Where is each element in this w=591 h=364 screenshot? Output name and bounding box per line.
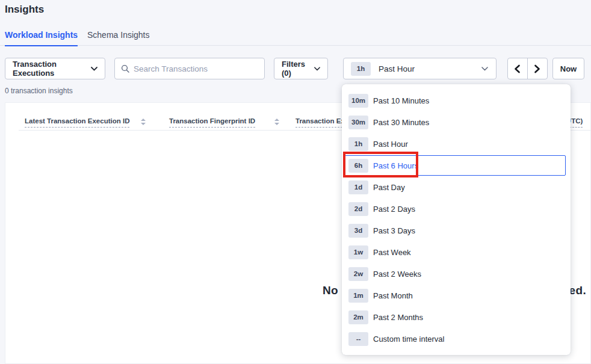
time-interval-badge: 1h bbox=[351, 62, 371, 76]
time-option-label: Past Day bbox=[373, 183, 405, 192]
tab-schema-insights[interactable]: Schema Insights bbox=[87, 30, 150, 45]
time-option-label: Past 2 Days bbox=[373, 205, 415, 214]
insights-count: 0 transaction insights bbox=[5, 87, 73, 95]
time-option-label: Past 6 Hours bbox=[373, 161, 418, 170]
time-option-2m[interactable]: 2mPast 2 Months bbox=[342, 306, 571, 328]
column-header-latest-transaction-execution-id[interactable]: Latest Transaction Execution ID bbox=[25, 117, 129, 128]
time-option-badge: 6h bbox=[348, 159, 368, 173]
chevron-down-icon bbox=[481, 67, 488, 71]
time-option-2d[interactable]: 2dPast 2 Days bbox=[342, 198, 571, 220]
time-option-30m[interactable]: 30mPast 30 Minutes bbox=[342, 111, 571, 133]
time-option-1h[interactable]: 1hPast Hour bbox=[342, 133, 571, 155]
search-icon bbox=[121, 64, 129, 73]
time-option-badge: 1d bbox=[348, 180, 368, 194]
column-header-transaction-fingerprint-id[interactable]: Transaction Fingerprint ID bbox=[169, 117, 255, 128]
chevron-down-icon bbox=[91, 67, 97, 71]
time-interval-label: Past Hour bbox=[379, 64, 415, 73]
time-option-label: Past 30 Minutes bbox=[373, 118, 429, 127]
time-option-badge: 1h bbox=[348, 137, 368, 151]
time-option-badge: 2d bbox=[348, 202, 368, 216]
next-interval-button[interactable] bbox=[528, 58, 548, 79]
time-option-label: Past Hour bbox=[373, 140, 408, 149]
time-interval-option-list: 10mPast 10 Minutes30mPast 30 Minutes1hPa… bbox=[342, 90, 571, 350]
search-box[interactable] bbox=[114, 58, 265, 79]
sort-icon[interactable] bbox=[141, 119, 146, 125]
page-title: Insights bbox=[5, 4, 44, 16]
sort-icon[interactable] bbox=[274, 119, 279, 125]
insight-type-selector[interactable]: Transaction Executions bbox=[5, 58, 105, 79]
time-option-3d[interactable]: 3dPast 3 Days bbox=[342, 220, 571, 241]
time-option-label: Past 3 Days bbox=[373, 226, 415, 235]
time-interval-selector[interactable]: 1h Past Hour bbox=[343, 58, 497, 79]
previous-interval-button[interactable] bbox=[508, 58, 528, 79]
time-interval-dropdown: 10mPast 10 Minutes30mPast 30 Minutes1hPa… bbox=[342, 84, 571, 355]
filters-label: Filters (0) bbox=[282, 60, 314, 78]
time-option-10m[interactable]: 10mPast 10 Minutes bbox=[342, 90, 571, 111]
time-option-1w[interactable]: 1wPast Week bbox=[342, 241, 571, 263]
time-option-6h[interactable]: 6hPast 6 Hours bbox=[342, 155, 571, 176]
time-option-label: Past 10 Minutes bbox=[373, 96, 429, 105]
time-option-badge: 1w bbox=[348, 245, 368, 259]
time-option-badge: 1m bbox=[348, 289, 368, 303]
tab-bar: Workload Insights Schema Insights bbox=[0, 27, 591, 46]
tab-workload-insights[interactable]: Workload Insights bbox=[5, 30, 78, 46]
time-option-1d[interactable]: 1dPast Day bbox=[342, 176, 571, 198]
time-option-label: Past 2 Months bbox=[373, 313, 423, 322]
search-input[interactable] bbox=[134, 64, 254, 73]
time-option-badge: 3d bbox=[348, 224, 368, 238]
time-option-label: Past Week bbox=[373, 248, 411, 257]
now-button[interactable]: Now bbox=[552, 58, 584, 79]
time-option-label: Past 2 Weeks bbox=[373, 270, 421, 279]
time-option-badge: 2w bbox=[348, 267, 368, 281]
time-range-arrows bbox=[507, 58, 548, 79]
time-option-label: Past Month bbox=[373, 291, 413, 300]
time-option-2w[interactable]: 2wPast 2 Weeks bbox=[342, 263, 571, 285]
insight-type-label: Transaction Executions bbox=[13, 60, 91, 78]
time-option-badge: 2m bbox=[348, 310, 368, 324]
time-option---[interactable]: --Custom time interval bbox=[342, 328, 571, 350]
time-option-label: Custom time interval bbox=[373, 335, 444, 344]
filters-button[interactable]: Filters (0) bbox=[274, 58, 328, 79]
time-option-1m[interactable]: 1mPast Month bbox=[342, 285, 571, 306]
chevron-down-icon bbox=[314, 67, 320, 71]
time-option-badge: 10m bbox=[348, 94, 368, 108]
time-option-badge: -- bbox=[348, 332, 368, 346]
time-option-badge: 30m bbox=[348, 116, 368, 129]
